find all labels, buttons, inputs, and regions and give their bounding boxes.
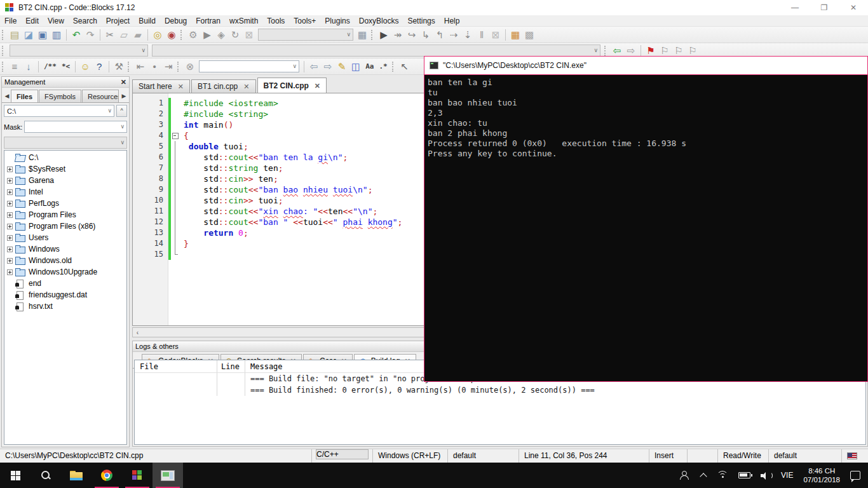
- menu-view[interactable]: View: [43, 15, 69, 27]
- tree-item-users[interactable]: Users: [4, 232, 126, 243]
- search-forward-icon[interactable]: ⇨: [321, 60, 335, 74]
- language-indicator[interactable]: VIE: [781, 471, 793, 480]
- rebuild-icon[interactable]: ↻: [228, 28, 242, 42]
- console-title-bar[interactable]: "C:\Users\MyPC\Desktop\cc\BT2 CIN.exe": [424, 57, 867, 75]
- tray-chevron-up-icon[interactable]: [700, 472, 707, 478]
- incsearch-next-icon[interactable]: ⇥: [161, 60, 175, 74]
- save-icon[interactable]: ▣: [36, 28, 50, 42]
- redo-icon[interactable]: ↷: [83, 28, 97, 42]
- run-to-cursor-icon[interactable]: ↠: [391, 28, 405, 42]
- cursor-tool-icon[interactable]: ↖: [398, 60, 412, 74]
- find-icon[interactable]: ◎: [151, 28, 165, 42]
- mask-combobox[interactable]: ∨: [24, 121, 127, 133]
- run-icon[interactable]: ▶: [200, 28, 214, 42]
- goto-function-icon[interactable]: ↓: [22, 60, 36, 74]
- menu-build[interactable]: Build: [134, 15, 160, 27]
- menu-doxyblocks[interactable]: DoxyBlocks: [355, 15, 403, 27]
- speaker-icon[interactable]: [761, 471, 771, 480]
- menu-tools+[interactable]: Tools+: [289, 15, 320, 27]
- people-icon[interactable]: [680, 471, 690, 480]
- select-text-icon[interactable]: ◫: [349, 60, 363, 74]
- close-tab-icon[interactable]: ✕: [178, 80, 184, 93]
- management-tab-resources[interactable]: Resources: [82, 90, 119, 102]
- next-line-icon[interactable]: ↪: [405, 28, 419, 42]
- next-instruction-icon[interactable]: ⇢: [447, 28, 461, 42]
- wxsmith-icon[interactable]: ☺: [78, 60, 92, 74]
- step-into-icon[interactable]: ↳: [419, 28, 433, 42]
- incsearch-prev-icon[interactable]: ⇤: [133, 60, 147, 74]
- tree-item-windows10upgrade[interactable]: Windows10Upgrade: [4, 266, 126, 278]
- tree-item-windows-old[interactable]: Windows.old: [4, 255, 126, 266]
- open-file-icon[interactable]: ◪: [22, 28, 36, 42]
- match-case-icon[interactable]: Aa: [363, 62, 376, 71]
- cut-icon[interactable]: ✂: [103, 28, 117, 42]
- close-button[interactable]: ✕: [839, 0, 868, 15]
- taskbar-item-chrome[interactable]: [92, 463, 122, 488]
- chevron-down-icon[interactable]: ∨: [120, 139, 125, 146]
- action-center-icon[interactable]: [850, 471, 860, 480]
- expand-icon[interactable]: [7, 269, 13, 275]
- menu-plugins[interactable]: Plugins: [320, 15, 354, 27]
- editor-tab-start-here[interactable]: Start here✕: [132, 79, 190, 93]
- incsearch-clear-icon[interactable]: ⊗: [183, 60, 197, 74]
- close-tab-icon[interactable]: ✕: [243, 80, 249, 93]
- scope-combo[interactable]: ∨: [10, 44, 148, 57]
- doxy-block-comment-icon[interactable]: /**: [41, 62, 59, 71]
- close-tab-icon[interactable]: ✕: [315, 79, 320, 92]
- chevron-down-icon[interactable]: ∨: [293, 63, 297, 69]
- highlight-icon[interactable]: ✎: [335, 60, 349, 74]
- tree-item-windows[interactable]: Windows: [4, 243, 126, 255]
- expand-icon[interactable]: [7, 247, 13, 252]
- undo-icon[interactable]: ↶: [69, 28, 83, 42]
- replace-icon[interactable]: ◉: [165, 28, 179, 42]
- stop-debugger-icon[interactable]: ⊠: [489, 28, 503, 42]
- management-tab-fsymbols[interactable]: FSymbols: [39, 90, 81, 102]
- expand-icon[interactable]: [7, 258, 13, 264]
- search-button[interactable]: [31, 463, 61, 488]
- menu-wxsmith[interactable]: wxSmith: [225, 15, 262, 27]
- tree-item-end[interactable]: end: [4, 278, 126, 289]
- wifi-icon[interactable]: [717, 471, 728, 480]
- fold-marker[interactable]: [171, 130, 180, 141]
- build-target-combo[interactable]: ∨: [258, 29, 353, 41]
- tree-item-program-files-x86-[interactable]: Program Files (x86): [4, 220, 126, 232]
- paste-icon[interactable]: ▰: [131, 28, 145, 42]
- management-tab-files[interactable]: Files: [11, 90, 38, 102]
- up-directory-button[interactable]: ^: [116, 105, 127, 117]
- build-and-run-icon[interactable]: ◈: [214, 28, 228, 42]
- incsearch-combo[interactable]: ∨: [199, 60, 299, 72]
- step-into-instruction-icon[interactable]: ⇣: [461, 28, 475, 42]
- expand-icon[interactable]: [7, 235, 13, 241]
- settings-wrench-icon[interactable]: ⚒: [112, 60, 126, 74]
- build-icon[interactable]: ⚙: [186, 28, 200, 42]
- abort-icon[interactable]: ⊠: [242, 28, 256, 42]
- scroll-left-icon[interactable]: ‹: [133, 329, 142, 336]
- tree-item-hsrv-txt[interactable]: hsrv.txt: [4, 301, 126, 312]
- tree-item-program-files[interactable]: Program Files: [4, 209, 126, 220]
- search-back-icon[interactable]: ⇦: [307, 60, 321, 74]
- console-window[interactable]: "C:\Users\MyPC\Desktop\cc\BT2 CIN.exe" b…: [424, 56, 868, 382]
- expand-icon[interactable]: [7, 178, 13, 184]
- chevron-down-icon[interactable]: ∨: [593, 47, 598, 53]
- taskbar-item-codeblocks[interactable]: [122, 463, 153, 488]
- filter-combobox[interactable]: ∨: [4, 137, 127, 149]
- tree-item--sysreset[interactable]: $SysReset: [4, 163, 126, 175]
- debug-continue-icon[interactable]: ▶: [377, 28, 391, 42]
- menu-file[interactable]: File: [0, 15, 21, 27]
- abbreviations-icon[interactable]: ≡: [8, 60, 22, 74]
- various-info-icon[interactable]: ▩: [522, 28, 536, 42]
- start-button[interactable]: [0, 463, 31, 488]
- tree-item-intel[interactable]: Intel: [4, 186, 126, 198]
- minimize-button[interactable]: —: [780, 0, 810, 15]
- menu-search[interactable]: Search: [69, 15, 102, 27]
- step-out-icon[interactable]: ↰: [433, 28, 447, 42]
- menu-tools[interactable]: Tools: [262, 15, 289, 27]
- expand-icon[interactable]: [7, 201, 13, 207]
- clock[interactable]: 8:46 CH 07/01/2018: [803, 466, 840, 484]
- chevron-down-icon[interactable]: ∨: [120, 123, 125, 130]
- management-close-icon[interactable]: ✕: [121, 78, 126, 86]
- chevron-down-icon[interactable]: ∨: [346, 31, 351, 37]
- tabs-scroll-left-icon[interactable]: ◀: [3, 90, 11, 102]
- function-combo[interactable]: ∨: [152, 44, 600, 57]
- path-combobox[interactable]: C:\ ∨: [4, 105, 114, 117]
